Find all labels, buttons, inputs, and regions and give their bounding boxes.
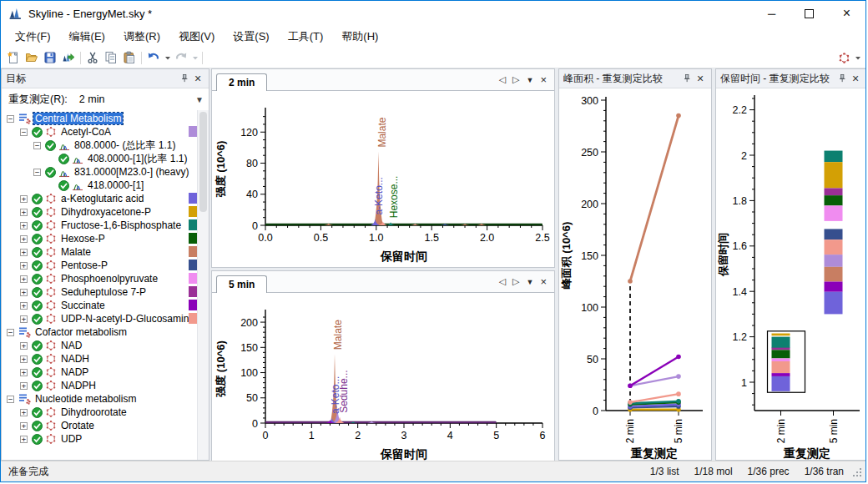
tree-item-succinate[interactable]: +Succinate <box>2 299 198 312</box>
menu-item-4[interactable]: 设置(S) <box>224 27 278 47</box>
collapse-icon[interactable]: − <box>7 396 14 403</box>
close-button[interactable]: × <box>828 1 865 26</box>
tree-item-cofactor-metabolism[interactable]: −Cofactor metabolism <box>2 325 198 339</box>
resize-grip[interactable] <box>851 466 862 477</box>
save-button[interactable] <box>41 48 59 67</box>
tree-item-phosphoenolpyruvate[interactable]: +Phosphoenolpyruvate <box>2 272 198 285</box>
tree-item-nadph[interactable]: +NADPH <box>2 379 198 392</box>
menu-item-0[interactable]: 文件(F) <box>6 27 60 47</box>
tree-item-a-ketoglutaric-acid[interactable]: +a-Ketoglutaric acid <box>2 192 198 205</box>
expand-icon[interactable]: + <box>20 342 28 350</box>
next-tab-icon[interactable]: ▷ <box>512 276 519 287</box>
check-icon <box>32 287 43 298</box>
expand-icon[interactable]: + <box>20 235 28 243</box>
expand-icon[interactable]: + <box>20 436 28 443</box>
expand-icon[interactable]: + <box>20 382 28 390</box>
replicate-combobox[interactable]: 2 min ▼ <box>73 90 207 108</box>
expand-icon[interactable]: + <box>20 195 28 203</box>
tree-item-nad[interactable]: +NAD <box>2 339 198 352</box>
tree-item-acetyl-coa[interactable]: −Acetyl-CoA <box>2 125 198 139</box>
tree-item-dihydroxyacetone-p[interactable]: +Dihydroxyacetone-P <box>2 205 198 219</box>
expand-icon[interactable]: + <box>20 209 28 216</box>
menu-item-2[interactable]: 调整(R) <box>114 27 169 47</box>
menu-item-1[interactable]: 编辑(E) <box>60 27 114 47</box>
tree-item-hexose-p[interactable]: +Hexose-P <box>2 232 198 245</box>
collapse-icon[interactable]: − <box>20 129 28 136</box>
tree-item-nucleotide-metabolism[interactable]: −Nucleotide metabolism <box>2 392 198 406</box>
undo-dropdown-button[interactable] <box>163 48 172 67</box>
undo-button[interactable] <box>144 48 163 67</box>
cut-button[interactable] <box>83 48 102 67</box>
tab-2min[interactable]: 2 min <box>216 73 267 91</box>
copy-button[interactable] <box>102 48 120 67</box>
tree-item-udp-n-acetyl-d-glucosamine[interactable]: +UDP-N-acetyl-D-Glucosamine <box>2 312 198 325</box>
close-icon[interactable]: × <box>191 72 204 85</box>
tab-menu-icon[interactable]: ▼ <box>526 76 533 84</box>
pin-icon[interactable] <box>680 72 694 85</box>
close-icon[interactable]: × <box>694 72 707 85</box>
tree-item-pentose-p[interactable]: +Pentose-P <box>2 259 198 272</box>
tree-item-udp[interactable]: +UDP <box>2 432 198 446</box>
menu-item-3[interactable]: 视图(V) <box>169 27 224 47</box>
paste-button[interactable] <box>120 48 139 67</box>
svg-text:0.5: 0.5 <box>314 232 328 244</box>
close-icon[interactable]: × <box>540 73 547 86</box>
minimize-button[interactable]: ─ <box>753 1 790 26</box>
maximize-button[interactable] <box>790 1 828 26</box>
chromatogram-5min-chart[interactable]: 0501001502000123456保留时间强度 (10^6)Malatea-… <box>212 293 554 461</box>
expand-icon[interactable]: + <box>20 422 28 430</box>
expand-icon[interactable]: + <box>20 409 28 416</box>
expand-icon[interactable]: + <box>20 355 28 363</box>
expand-icon[interactable]: + <box>20 249 28 256</box>
tab-5min[interactable]: 5 min <box>216 275 267 293</box>
tabbar-2min: 2 min ◁ ▷ ▼ × <box>212 69 554 91</box>
redo-button[interactable] <box>172 48 190 67</box>
svg-text:50: 50 <box>246 392 258 404</box>
menu-item-6[interactable]: 帮助(H) <box>332 27 387 47</box>
expand-icon[interactable]: + <box>20 302 28 310</box>
tree-item-nadh[interactable]: +NADH <box>2 352 198 366</box>
expand-icon[interactable]: + <box>20 275 28 283</box>
collapse-icon[interactable]: − <box>33 169 41 176</box>
prev-tab-icon[interactable]: ◁ <box>499 74 506 85</box>
tree-scrollbar[interactable] <box>197 110 209 460</box>
retention-time-chart[interactable]: 11.21.41.61.822.22 min5 min重复测定保留时间 <box>716 88 865 461</box>
chromatogram-2min-chart[interactable]: 040801200.00.51.01.52.02.5保留时间强度 (10^6)M… <box>212 91 554 267</box>
collapse-icon[interactable]: − <box>7 115 14 123</box>
pin-icon[interactable] <box>835 72 849 85</box>
tree-item-orotate[interactable]: +Orotate <box>2 419 198 432</box>
molecule-mode-button[interactable] <box>835 48 853 67</box>
expand-icon[interactable]: + <box>20 315 28 323</box>
tree-item-nadp[interactable]: +NADP <box>2 366 198 379</box>
expand-icon[interactable]: + <box>20 222 28 229</box>
expand-icon[interactable]: + <box>20 289 28 296</box>
share-document-button[interactable] <box>59 48 78 67</box>
peak-area-chart[interactable]: 0501001502002503002 min5 min重复测定峰面积 (10^… <box>559 88 711 461</box>
new-document-button[interactable] <box>4 48 23 67</box>
tree-item-408-0000-1-1-1-[interactable]: 408.0000-[1](比率 1.1) <box>2 152 198 165</box>
pin-icon[interactable] <box>178 72 191 85</box>
tree-item-418-0000-1-[interactable]: 418.0000-[1] <box>2 179 198 192</box>
close-icon[interactable]: × <box>849 72 862 85</box>
expand-icon[interactable]: + <box>20 262 28 270</box>
tree-item-malate[interactable]: +Malate <box>2 245 198 259</box>
tree-item-808-0000-1-1-[interactable]: −808.0000- (总比率 1.1) <box>2 139 198 152</box>
molecule-mode-dropdown-button[interactable] <box>853 48 862 67</box>
prev-tab-icon[interactable]: ◁ <box>499 276 506 287</box>
close-icon[interactable]: × <box>540 275 547 288</box>
collapse-icon[interactable]: − <box>7 329 14 336</box>
tree-item-831-0000-m23-0-heavy-[interactable]: −831.0000[M23.0-] (heavy) <box>2 165 198 179</box>
tree-item-dihydroorotate[interactable]: +Dihydroorotate <box>2 406 198 419</box>
tree-item-label: 418.0000-[1] <box>86 179 145 191</box>
redo-dropdown-button[interactable] <box>190 48 199 67</box>
next-tab-icon[interactable]: ▷ <box>512 74 519 85</box>
tab-menu-icon[interactable]: ▼ <box>526 278 533 286</box>
open-button[interactable] <box>23 48 41 67</box>
tree-item-central-metabolism[interactable]: −Central Metabolism <box>2 112 198 125</box>
collapse-icon[interactable]: − <box>33 142 41 149</box>
tree-item-seduheptulose-7-p[interactable]: +Seduheptulose 7-P <box>2 285 198 299</box>
expand-icon[interactable]: + <box>20 369 28 376</box>
menu-item-5[interactable]: 工具(T) <box>279 27 333 47</box>
tree-item-fructose-1-6-bisphosphate[interactable]: +Fructose-1,6-Bisphosphate <box>2 219 198 232</box>
check-icon <box>32 434 43 445</box>
